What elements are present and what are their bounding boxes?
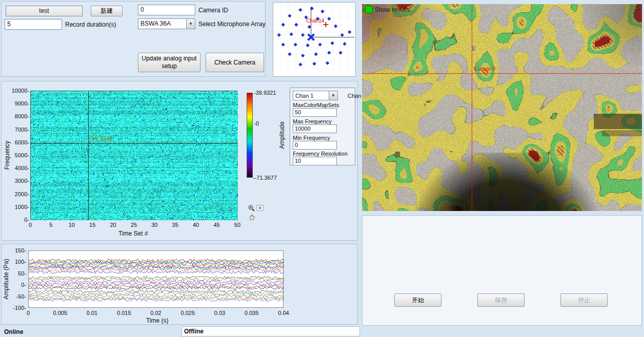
spectrogram-cursor-label: 14, 5932 [91,135,113,141]
waveform-y-ticks: 150100500-50-100 [6,247,26,311]
session-name-field[interactable]: test [6,6,83,16]
channel-value: Chan 1 [293,91,329,100]
mic-array-value: BSWA 36A [138,18,187,29]
waveform-x-ticks: 00.0050.010.0150.020.0250.030.0350.04 [18,310,294,316]
min-frequency-label: Min Frequency [293,135,330,141]
app-root: test 新建 5 Record duration(s) 0 Camera ID… [0,0,644,337]
camera-view[interactable]: Show results Cursor 0 [362,4,642,211]
spectrogram-x-ticks: 05101520253035404550 [22,222,246,228]
chevron-down-icon[interactable]: ▼ [329,91,338,100]
spectrogram-x-axis-label: Time Set # [118,230,148,237]
stop-button[interactable]: 停止 [560,293,608,307]
max-colormap-field[interactable]: 50 [293,108,337,117]
chevron-down-icon[interactable]: ▼ [187,18,195,29]
colorbar-axis-label: Amplitude [278,110,287,161]
record-duration-field[interactable]: 5 [5,19,62,30]
start-button[interactable]: 开始 [394,293,441,307]
config-panel: test 新建 5 Record duration(s) 0 Camera ID… [1,1,266,77]
show-results-label: Show results [375,6,410,13]
waveform-x-axis-label: Time (s) [146,317,169,324]
analysis-controls-box: Chan 1 ▼ Chan MaxColorMapSets 50 Max Fre… [290,88,355,165]
offline-status-label: Offline [184,328,204,335]
cursor-tool-icon[interactable] [256,204,264,212]
max-frequency-field[interactable]: 10000 [293,124,337,133]
camera-id-label: Camera ID [198,7,228,14]
frequency-resolution-label: Frequency Resolution [293,151,348,157]
mic-array-geometry: Chan14 [273,3,355,76]
waveform-panel: Amplitude (Pa) 150100500-50-100 00.0050.… [1,244,358,325]
zoom-tool-icon[interactable] [248,204,256,212]
checkbox-icon[interactable] [365,6,373,13]
beamforming-overlay-image[interactable] [362,4,642,211]
run-control-panel: 开始 保存 停止 [362,215,642,326]
svg-text:Chan14: Chan14 [306,18,324,24]
max-colormap-label: MaxColorMapSets [293,102,339,108]
spectrogram-y-ticks: 1000090008000700060005000400030002000100… [8,87,29,223]
record-duration-label: Record duration(s) [65,21,116,28]
camera-id-field[interactable]: 0 [138,5,195,15]
colorbar-mid-label: -0 [254,120,259,127]
mic-array-label: Select Microphone Array [198,20,266,28]
colorbar-max-label: -39.9321 [254,90,276,96]
frequency-resolution-field[interactable]: 10 [293,157,337,165]
check-camera-button[interactable]: Check Camera [206,53,264,72]
show-results-toggle[interactable]: Show results [365,6,410,13]
colorbar [247,93,253,178]
min-frequency-field[interactable]: 0 [293,141,337,150]
colorbar-min-label: --71.3677 [253,175,277,181]
mic-array-dropdown[interactable]: BSWA 36A ▼ [138,18,195,29]
pan-tool-icon[interactable] [248,213,256,220]
mic-array-plot[interactable]: Chan14 [273,2,356,77]
save-button[interactable]: 保存 [477,293,525,307]
spectrogram-panel: Frequency 100009000800070006000500040003… [1,81,358,241]
max-frequency-label: Max Frequency [293,118,332,124]
new-session-button[interactable]: 新建 [91,6,123,16]
online-status-label: Online [4,328,23,335]
camera-cursor-label: Cursor 0 [474,66,495,72]
channel-label: Chan [348,93,361,99]
channel-dropdown[interactable]: Chan 1 ▼ [293,91,338,100]
graph-tools [248,204,266,222]
offline-status-box: Offline [182,326,360,336]
spectrogram-plot[interactable] [30,91,237,220]
update-analog-input-button[interactable]: Update analog input setup [138,53,200,72]
waveform-plot[interactable] [28,250,284,308]
